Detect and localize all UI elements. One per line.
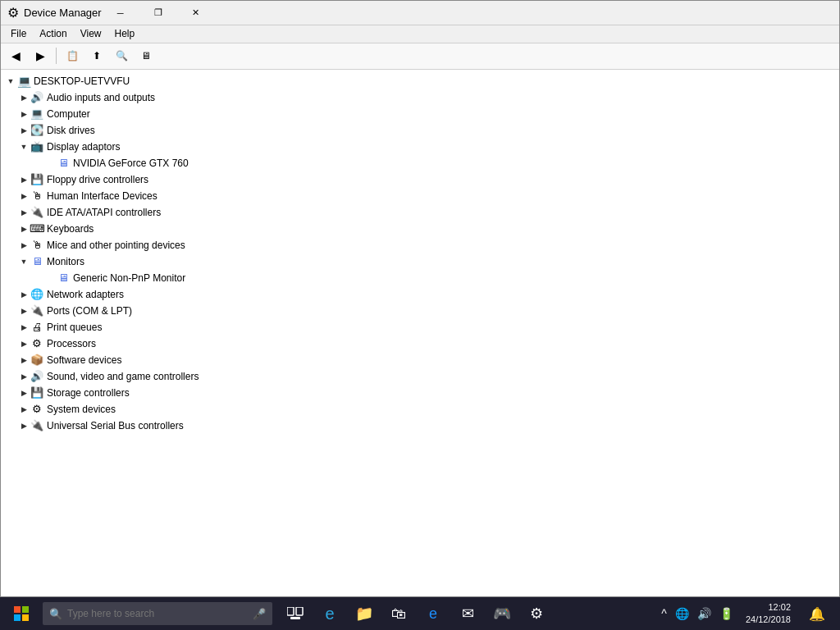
arrow-icon: ▶ [17, 337, 30, 350]
toolbar-sep1 [56, 48, 57, 64]
menubar: File Action View Help [1, 25, 839, 43]
titlebar-controls: ─ ❐ ✕ [102, 1, 215, 25]
arrow-icon: ▶ [17, 321, 30, 334]
item-label: Human Interface Devices [47, 190, 158, 202]
properties-button[interactable]: 📋 [61, 45, 84, 66]
arrow-icon: ▶ [17, 354, 30, 367]
device-icon: 🔌 [30, 304, 43, 317]
root-label: DESKTOP-UETVVFU [34, 75, 130, 87]
device-icon: 🖱 [30, 189, 43, 203]
item-label: NVIDIA GeForce GTX 760 [73, 158, 189, 169]
menu-view[interactable]: View [74, 26, 108, 41]
list-item[interactable]: ▶ 🖱 Mice and other pointing devices [1, 237, 839, 253]
scan-button[interactable]: 🔍 [110, 45, 133, 66]
list-item[interactable]: ▶ 📦 Software devices [1, 352, 839, 368]
arrow-icon: ▶ [17, 419, 30, 432]
item-label: IDE ATA/ATAPI controllers [47, 207, 161, 218]
device-icon: 🖥 [30, 255, 43, 268]
item-label: Monitors [47, 256, 84, 267]
item-label: Keyboards [47, 223, 94, 235]
list-item[interactable]: ▶ 🌐 Network adapters [1, 286, 839, 303]
device-icon: 🌐 [30, 288, 43, 301]
item-label: Ports (COM & LPT) [47, 305, 132, 317]
device-icon: 💻 [30, 107, 43, 121]
list-item[interactable]: ▶ ⚙ System devices [1, 401, 839, 418]
arrow-icon: ▶ [17, 386, 30, 399]
device-icon: ⚙ [30, 337, 43, 350]
close-button[interactable]: ✕ [177, 1, 215, 25]
titlebar: ⚙ Device Manager ─ ❐ ✕ [1, 1, 839, 25]
tree-area[interactable]: ▼ 💻 DESKTOP-UETVVFU ▶ 🔊 Audio inputs and… [1, 70, 839, 596]
device-icon: 🔊 [30, 91, 43, 104]
arrow-icon: ▼ [17, 255, 30, 268]
item-label: System devices [47, 404, 116, 415]
arrow-icon: ▶ [17, 403, 30, 416]
item-label: Mice and other pointing devices [47, 240, 185, 251]
list-item[interactable]: ▶ 💾 Storage controllers [1, 385, 839, 401]
arrow-icon: ▶ [17, 91, 30, 104]
device-icon: 💽 [30, 124, 43, 137]
display-button[interactable]: 🖥 [135, 45, 158, 66]
list-item[interactable]: 🖥 Generic Non-PnP Monitor [1, 270, 839, 286]
device-icon: ⚙ [30, 403, 43, 416]
item-label: Computer [47, 108, 90, 120]
titlebar-icon: ⚙ [7, 5, 19, 21]
arrow-icon: ▼ [17, 140, 30, 153]
restore-button[interactable]: ❐ [139, 1, 177, 25]
device-icon: 💾 [30, 173, 43, 186]
list-item[interactable]: ▶ 💻 Computer [1, 106, 839, 122]
list-item[interactable]: ▶ ⌨ Keyboards [1, 221, 839, 237]
item-label: Network adapters [47, 289, 124, 300]
item-label: Universal Serial Bus controllers [47, 420, 184, 431]
menu-file[interactable]: File [4, 26, 33, 41]
list-item[interactable]: ▶ 🔌 Ports (COM & LPT) [1, 303, 839, 319]
arrow-icon: ▶ [17, 107, 30, 121]
arrow-icon: ▶ [17, 206, 30, 219]
list-item[interactable]: ▶ 🔊 Sound, video and game controllers [1, 368, 839, 385]
list-item[interactable]: ▶ 💽 Disk drives [1, 122, 839, 139]
list-item[interactable]: ▼ 📺 Display adaptors [1, 139, 839, 155]
item-label: Software devices [47, 354, 121, 366]
item-label: Sound, video and game controllers [47, 371, 199, 382]
titlebar-title: Device Manager [24, 7, 102, 19]
minimize-button[interactable]: ─ [102, 1, 139, 25]
list-item[interactable]: ▶ 🔌 Universal Serial Bus controllers [1, 418, 839, 434]
device-icon: 📺 [30, 140, 43, 153]
item-label: Storage controllers [47, 387, 130, 399]
device-icon: 🖨 [30, 321, 43, 334]
arrow-icon: ▶ [17, 239, 30, 252]
root-arrow: ▼ [4, 75, 17, 88]
device-icon: 🖱 [30, 239, 43, 252]
list-item[interactable]: ▶ 🖨 Print queues [1, 319, 839, 336]
menu-action[interactable]: Action [33, 26, 73, 41]
arrow-icon: ▶ [17, 288, 30, 301]
root-icon: 💻 [17, 75, 30, 88]
list-item[interactable]: 🖥 NVIDIA GeForce GTX 760 [1, 155, 839, 171]
list-item[interactable]: ▶ 🔊 Audio inputs and outputs [1, 89, 839, 106]
arrow-icon: ▶ [17, 370, 30, 383]
menu-help[interactable]: Help [108, 26, 142, 41]
device-icon: 🔌 [30, 206, 43, 219]
list-item[interactable]: ▶ ⚙ Processors [1, 336, 839, 352]
device-icon: 🖥 [57, 157, 70, 170]
toolbar: ◀ ▶ 📋 ⬆ 🔍 🖥 [1, 43, 839, 70]
tree-root[interactable]: ▼ 💻 DESKTOP-UETVVFU [1, 73, 839, 89]
forward-button[interactable]: ▶ [29, 45, 52, 66]
list-item[interactable]: ▶ 💾 Floppy drive controllers [1, 171, 839, 188]
list-item[interactable]: ▶ 🖱 Human Interface Devices [1, 188, 839, 204]
item-label: Generic Non-PnP Monitor [73, 272, 185, 284]
list-item[interactable]: ▶ 🔌 IDE ATA/ATAPI controllers [1, 204, 839, 221]
device-icon: 💾 [30, 386, 43, 399]
arrow-icon: ▶ [17, 124, 30, 137]
item-label: Print queues [47, 322, 102, 333]
update-driver-button[interactable]: ⬆ [85, 45, 108, 66]
arrow-icon: ▶ [17, 189, 30, 203]
device-icon: 🖥 [57, 272, 70, 285]
arrow-icon: ▶ [17, 173, 30, 186]
item-label: Disk drives [47, 125, 95, 136]
device-icon: 🔌 [30, 419, 43, 432]
list-item[interactable]: ▼ 🖥 Monitors [1, 253, 839, 270]
back-button[interactable]: ◀ [4, 45, 27, 66]
item-label: Display adaptors [47, 141, 120, 153]
device-icon: 📦 [30, 354, 43, 367]
